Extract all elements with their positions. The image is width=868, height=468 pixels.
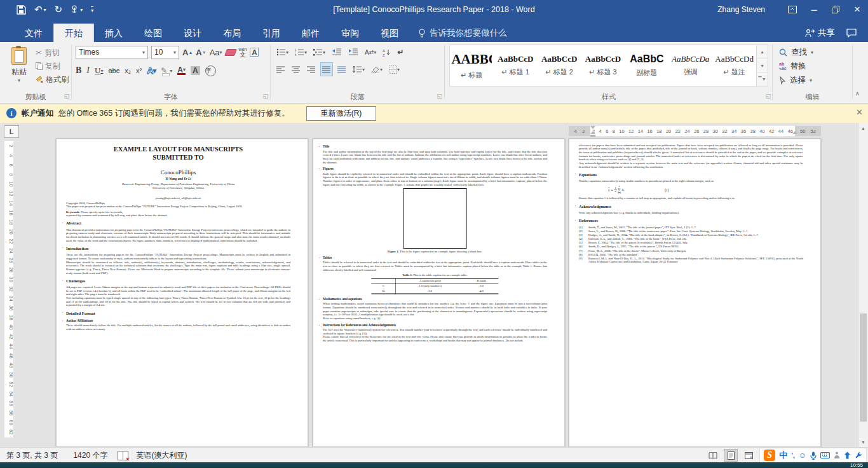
tab-view[interactable]: 视图 [370,24,409,42]
paste-dropdown-arrow[interactable]: ▾ [5,78,33,83]
asian-layout-button[interactable]: A⇄▾ [363,45,378,59]
ime-emoji-button[interactable]: ☺ [799,451,806,460]
read-mode-icon[interactable] [706,449,720,462]
tab-references[interactable]: 引用 [252,24,291,42]
numbering-button[interactable]: 123▾ [293,45,309,59]
windows-taskbar-edge[interactable]: 10:55 [0,462,868,468]
style-item-3[interactable]: AaBbCcD↵ 标题 3 [581,45,625,86]
comment-icon[interactable] [846,24,857,42]
clipboard-dialog-launcher[interactable] [62,93,69,100]
vertical-scrollbar[interactable]: ▲ ▼ [858,123,868,447]
enclose-characters-button[interactable]: 字 [205,65,216,76]
paste-button[interactable]: 粘贴 ▾ [5,46,33,92]
font-name-combo[interactable]: Times▾ [76,46,148,59]
cut-button[interactable]: ✂ 剪切 [36,47,60,59]
handwriting-icon[interactable] [834,451,840,459]
font-color-button[interactable]: A▾ [177,67,186,75]
font-dialog-launcher[interactable] [261,93,268,100]
replace-button[interactable]: ab⤷ac 替换 [779,60,806,72]
document-page-3[interactable]: references for papers that have been sub… [569,139,821,447]
copy-button[interactable]: 复制 [36,60,60,72]
proofing-status-icon[interactable] [118,451,128,460]
tab-home[interactable]: 开始 [53,24,94,42]
share-button[interactable]: 共享 [805,24,835,42]
character-shading-button[interactable]: A [191,66,200,75]
redo-icon[interactable]: ↻ [55,4,63,15]
strikethrough-button[interactable]: abc [108,67,119,74]
document-page-2[interactable]: TitleThe title and author information at… [313,139,565,447]
notification-close-icon[interactable]: ✕ [856,107,863,117]
highlight-button[interactable]: ✎▾ [161,65,172,76]
restore-button[interactable] [825,0,846,19]
select-button[interactable]: 选择▾ [779,74,812,86]
sogou-logo[interactable]: S [764,450,775,461]
shading-button[interactable]: ▾ [369,62,384,76]
right-indent-marker[interactable] [792,131,797,134]
grow-font-button[interactable]: A▲ [182,48,193,57]
word-count[interactable]: 1420 个字 [73,450,107,461]
find-button[interactable]: 查找▾ [779,46,813,59]
align-center-button[interactable] [290,62,302,76]
decrease-indent-button[interactable] [330,45,344,59]
left-indent-marker[interactable] [590,135,595,137]
tab-design[interactable]: 设计 [173,24,212,42]
collapse-ribbon-icon[interactable]: ∧ [855,90,860,97]
styles-more-icon[interactable]: ▔▼ [757,72,768,86]
tab-review[interactable]: 审阅 [330,24,370,42]
microphone-icon[interactable] [810,451,817,460]
tab-insert[interactable]: 插入 [94,24,133,42]
first-line-indent-marker[interactable] [590,126,595,129]
print-layout-icon[interactable] [724,449,738,462]
character-border-button[interactable]: A [250,48,259,57]
subscript-button[interactable]: x₂ [125,67,131,74]
superscript-button[interactable]: x² [136,67,142,74]
undo-icon[interactable]: ↶▾ [34,4,46,15]
text-effects-button[interactable]: A▾ [147,65,156,76]
borders-button[interactable]: ▾ [387,62,402,76]
upload-arrow-icon[interactable] [844,451,851,459]
touch-mode-icon[interactable]: ▾ [71,5,83,15]
style-item-6[interactable]: AaBbCcDd↵ 题注 [712,45,756,86]
style-item-2[interactable]: AaBbCcD↵ 标题 2 [538,45,581,86]
close-button[interactable]: × [846,0,868,19]
ribbon-display-options-icon[interactable] [782,0,803,19]
hanging-indent-marker[interactable] [590,131,595,134]
italic-button[interactable]: I [86,65,90,76]
account-user-name[interactable]: Zhang Steven [717,5,765,14]
ime-punctuation-toggle[interactable]: ’, [791,452,795,459]
styles-scroll-up-icon[interactable]: ▲ [757,45,768,59]
style-item-1[interactable]: AaBbCcD↵ 标题 1 [494,45,538,86]
underline-button[interactable]: U▾ [95,65,103,76]
tab-mailings[interactable]: 邮件 [291,24,330,42]
save-icon[interactable] [17,5,26,15]
style-item-5[interactable]: AaBbCcDa强调 [668,45,712,86]
reactivate-button[interactable]: 重新激活(R) [306,106,377,121]
minimize-button[interactable]: ─ [803,0,825,19]
language-indicator[interactable]: 英语(澳大利亚) [136,450,187,461]
toolbox-wrench-icon[interactable] [855,451,862,459]
tab-stop-selector[interactable]: L [4,125,19,138]
align-left-button[interactable] [275,62,287,76]
scroll-down-icon[interactable]: ▼ [858,437,868,447]
clear-formatting-button[interactable] [226,49,236,56]
paragraph-dialog-launcher[interactable] [435,93,442,100]
ime-language-toggle[interactable]: 中 [779,450,787,461]
align-right-button[interactable] [305,62,318,76]
bullets-button[interactable]: ▾ [275,45,290,59]
line-spacing-button[interactable]: ▾ [351,62,367,76]
justify-button[interactable] [320,62,333,76]
shrink-font-button[interactable]: A▼ [196,48,206,57]
document-page-1[interactable]: EXAMPLE LAYOUT FOR MANUSCRIPTS SUBMITTED… [56,139,308,447]
distribute-button[interactable] [336,62,348,76]
scrollbar-thumb[interactable] [860,313,867,422]
increase-indent-button[interactable] [346,45,360,59]
scroll-up-icon[interactable]: ▲ [858,123,868,133]
web-layout-icon[interactable] [742,449,756,462]
change-case-button[interactable]: Aa▾ [210,48,222,57]
styles-dialog-launcher[interactable] [763,93,771,100]
font-size-combo[interactable]: 10▾ [151,46,179,59]
tab-draw[interactable]: 绘图 [133,24,173,42]
vertical-ruler[interactable]: 2468101214161820222426283032343638404244… [4,141,13,437]
sort-button[interactable]: AZ [381,45,393,59]
show-hide-marks-button[interactable]: ↵ [395,45,405,59]
